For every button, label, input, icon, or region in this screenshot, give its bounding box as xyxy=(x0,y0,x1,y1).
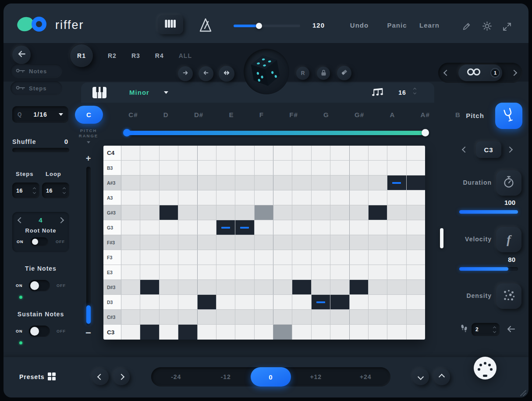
grid-cell[interactable] xyxy=(121,265,140,279)
grid-note-cell[interactable] xyxy=(140,325,159,340)
grid-cell[interactable] xyxy=(121,220,140,235)
pitch-prev-chevron[interactable] xyxy=(462,147,468,153)
pitch-range-plus-button[interactable]: + xyxy=(82,154,95,164)
record-button[interactable]: R xyxy=(296,67,309,80)
grid-cell[interactable] xyxy=(369,280,387,294)
root-prev-chevron[interactable] xyxy=(18,217,24,223)
grid-cell[interactable] xyxy=(330,175,349,190)
tempo-slider-knob[interactable] xyxy=(256,23,262,29)
reset-arrow-icon[interactable] xyxy=(506,325,516,335)
grid-cell[interactable] xyxy=(140,220,159,235)
grid-cell[interactable] xyxy=(255,220,273,235)
grid-cell[interactable] xyxy=(235,295,254,309)
sustain-notes-toggle[interactable] xyxy=(29,326,50,337)
loop-next-chevron[interactable] xyxy=(511,70,517,76)
grid-cell[interactable] xyxy=(198,280,216,294)
velocity-button[interactable]: f xyxy=(496,227,521,252)
grid-cell[interactable] xyxy=(387,146,406,160)
grid-cell[interactable] xyxy=(350,325,369,340)
grid-cell[interactable] xyxy=(178,190,197,205)
step-down-icon[interactable] xyxy=(33,190,36,193)
grid-cell[interactable] xyxy=(273,310,292,324)
sidebar-item-notes[interactable]: Notes xyxy=(11,64,62,78)
grid-cell[interactable] xyxy=(369,250,387,265)
grid-cell[interactable] xyxy=(273,146,292,160)
grid-cell[interactable] xyxy=(140,235,159,250)
grid-cell[interactable] xyxy=(312,325,330,340)
grid-cell[interactable] xyxy=(273,295,292,309)
grid-cell[interactable] xyxy=(369,190,387,205)
grid-cell[interactable] xyxy=(160,295,178,309)
grid-cell[interactable] xyxy=(292,175,311,190)
grid-cell[interactable] xyxy=(273,250,292,265)
grid-cell[interactable] xyxy=(350,220,369,235)
grid-cell[interactable] xyxy=(350,250,369,265)
grid-cell[interactable] xyxy=(292,250,311,265)
pitch-range-slider[interactable] xyxy=(124,131,428,135)
grid-cell[interactable] xyxy=(330,325,349,340)
grid-cell[interactable] xyxy=(407,295,425,309)
grid-cell[interactable] xyxy=(387,310,406,324)
grid-cell[interactable] xyxy=(330,250,349,265)
grid-cell[interactable] xyxy=(198,235,216,250)
note-b-button[interactable]: B xyxy=(455,111,461,118)
grid-cell[interactable] xyxy=(178,295,197,309)
grid-cell[interactable] xyxy=(255,310,273,324)
undo-button[interactable]: Undo xyxy=(345,21,373,29)
grid-cell[interactable] xyxy=(312,146,330,160)
grid-cell[interactable] xyxy=(387,280,406,294)
grid-cell[interactable] xyxy=(292,310,311,324)
grid-cell[interactable] xyxy=(255,146,273,160)
quantize-dropdown[interactable]: Q 1/16 xyxy=(12,106,68,123)
grid-cell[interactable] xyxy=(292,146,311,160)
randomize-dice-icon[interactable] xyxy=(248,53,283,92)
grid-cell[interactable] xyxy=(121,190,140,205)
settings-gear-icon[interactable] xyxy=(482,21,492,33)
grid-cell[interactable] xyxy=(140,161,159,175)
grid-cell[interactable] xyxy=(121,205,140,220)
grid-cell[interactable] xyxy=(235,205,254,220)
grid-cell[interactable] xyxy=(235,146,254,160)
grid-cell[interactable] xyxy=(198,265,216,279)
note-gs-button[interactable]: G# xyxy=(355,111,364,118)
octave-up-button[interactable] xyxy=(433,369,450,385)
octave-down-button[interactable] xyxy=(412,369,429,385)
note-cs-button[interactable]: C# xyxy=(128,111,138,118)
loop-prev-chevron[interactable] xyxy=(443,70,450,76)
step-up-icon[interactable] xyxy=(63,187,66,190)
grid-note-cell[interactable] xyxy=(407,175,425,190)
grid-note-cell[interactable] xyxy=(387,175,406,190)
grid-note-cell[interactable] xyxy=(160,205,178,220)
grid-cell[interactable] xyxy=(312,175,330,190)
pitch-range-high-handle[interactable] xyxy=(422,129,429,136)
loop-stepper[interactable]: 16 xyxy=(42,183,69,198)
erase-button[interactable] xyxy=(337,66,351,80)
grid-cell[interactable] xyxy=(407,220,425,235)
grid-cell[interactable] xyxy=(407,190,425,205)
tie-notes-toggle[interactable] xyxy=(29,280,50,291)
step-up-icon[interactable] xyxy=(33,187,36,190)
note-c-button[interactable]: C xyxy=(75,106,103,124)
grid-cell[interactable] xyxy=(407,265,425,279)
grid-cell[interactable] xyxy=(198,220,216,235)
step-down-icon[interactable] xyxy=(413,91,416,94)
grid-cell[interactable] xyxy=(387,265,406,279)
grid-cell[interactable] xyxy=(121,310,140,324)
grid-cell[interactable] xyxy=(216,325,235,340)
grid-cell[interactable] xyxy=(160,250,178,265)
grid-cell[interactable] xyxy=(160,161,178,175)
grid-cell[interactable] xyxy=(140,310,159,324)
grid-cell[interactable] xyxy=(216,265,235,279)
root-note-toggle[interactable] xyxy=(31,237,48,246)
grid-note-cell[interactable] xyxy=(255,205,273,220)
grid-cell[interactable] xyxy=(407,280,425,294)
grid-cell[interactable] xyxy=(216,190,235,205)
grid-cell[interactable] xyxy=(330,146,349,160)
shift-right-button[interactable] xyxy=(178,66,193,81)
grid-cell[interactable] xyxy=(350,146,369,160)
grid-cell[interactable] xyxy=(140,295,159,309)
octave--24-button[interactable]: -24 xyxy=(151,373,201,380)
grid-cell[interactable] xyxy=(121,175,140,190)
grid-cell[interactable] xyxy=(216,146,235,160)
tempo-slider[interactable] xyxy=(234,25,300,27)
